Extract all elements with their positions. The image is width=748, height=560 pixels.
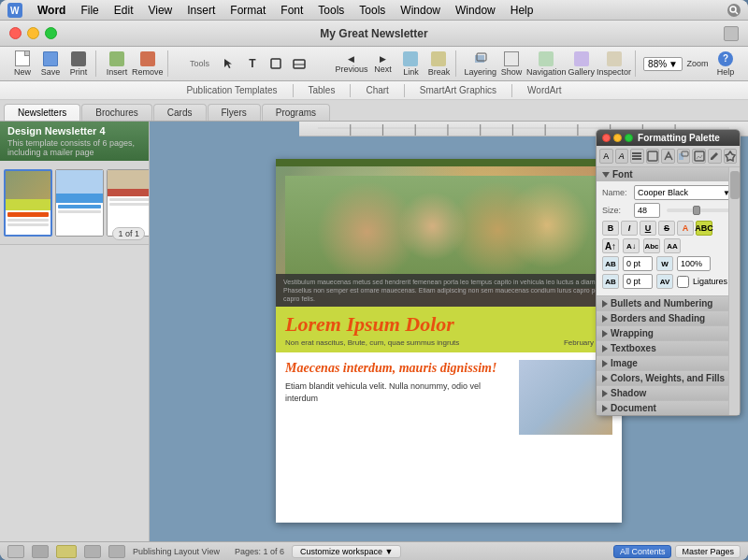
palette-btn-4[interactable] [646, 149, 660, 164]
allcaps-btn[interactable]: AA [664, 238, 681, 253]
menu-file[interactable]: File [80, 4, 98, 17]
all-contents-button[interactable]: All Contents [613, 545, 672, 558]
ribbon-chart[interactable]: Chart [366, 85, 388, 95]
menu-table[interactable]: Tools [359, 4, 385, 17]
font-section-header[interactable]: Font [597, 167, 740, 181]
colors-section-header[interactable]: Colors, Weights, and Fills [597, 371, 740, 386]
strikethrough-button[interactable]: S [658, 221, 675, 236]
tab-cards[interactable]: Cards [153, 104, 207, 121]
palette-close[interactable] [602, 134, 611, 142]
palette-btn-6[interactable] [677, 149, 691, 164]
menu-window[interactable]: Window [400, 4, 440, 17]
status-view-btn-4[interactable] [108, 545, 125, 558]
menu-work[interactable]: Window [455, 4, 496, 17]
indent-input[interactable] [623, 274, 653, 289]
slider-thumb[interactable] [693, 206, 700, 215]
gallery-button[interactable]: Gallery [568, 50, 596, 77]
font-size-input[interactable] [634, 203, 660, 218]
caps-btn[interactable]: Abc [643, 238, 660, 253]
previous-button[interactable]: ◀ Previous [335, 50, 367, 77]
print-button[interactable]: Print [65, 50, 92, 77]
status-view-btn-2[interactable] [32, 545, 49, 558]
palette-btn-3[interactable] [630, 149, 644, 164]
palette-btn-5[interactable] [661, 149, 675, 164]
shadow-section-header[interactable]: Shadow [597, 386, 740, 401]
av-btn[interactable]: AV [656, 274, 673, 289]
menu-edit[interactable]: Edit [114, 4, 134, 17]
spacing-input[interactable] [623, 256, 653, 271]
save-button[interactable]: Save [37, 50, 64, 77]
palette-btn-8[interactable] [708, 149, 722, 164]
tab-newsletters[interactable]: Newsletters [4, 104, 80, 121]
next-button[interactable]: ▶ Next [369, 50, 396, 77]
document-section-header[interactable]: Document [597, 401, 740, 415]
thumbnail-1[interactable] [4, 169, 52, 237]
ribbon-wordart[interactable]: WordArt [527, 85, 562, 95]
ribbon-pub-templates[interactable]: Publication Templates [186, 85, 277, 95]
customize-button[interactable]: Customize workspace ▼ [292, 545, 401, 558]
wv-btn[interactable]: W [656, 256, 673, 271]
palette-minimize[interactable] [613, 134, 622, 142]
tab-flyers[interactable]: Flyers [208, 104, 261, 121]
menu-tools[interactable]: Tools [318, 4, 344, 17]
larger-btn[interactable]: A↑ [602, 238, 619, 253]
zoom-label-btn[interactable]: Zoom [684, 50, 711, 77]
palette-scroll-thumb[interactable] [730, 171, 740, 199]
menu-font[interactable]: Font [280, 4, 303, 17]
ribbon-tables[interactable]: Tables [309, 85, 336, 95]
ligatures-checkbox[interactable] [677, 276, 689, 288]
close-button[interactable] [9, 27, 22, 39]
ab-btn[interactable]: AB [602, 256, 619, 271]
tab-brochures[interactable]: Brochures [81, 104, 152, 121]
help-button[interactable]: ? Help [712, 50, 739, 77]
status-layout-btn[interactable] [56, 545, 77, 558]
link-button[interactable]: Link [397, 50, 424, 77]
maximize-button[interactable] [45, 27, 57, 39]
status-view-btn-3[interactable] [84, 545, 101, 558]
menu-view[interactable]: View [148, 4, 172, 17]
palette-scrollbar[interactable] [728, 167, 740, 415]
status-view-btn-1[interactable] [7, 545, 24, 558]
break-button[interactable]: Break [425, 50, 452, 77]
menu-help[interactable]: Help [511, 4, 534, 17]
link-tool[interactable] [266, 50, 286, 77]
title-right-btn[interactable] [724, 26, 739, 41]
highlight-button[interactable]: ABC [696, 221, 712, 236]
textboxes-section-header[interactable]: Textboxes [597, 341, 740, 356]
navigation-button[interactable]: Navigation [526, 50, 567, 77]
smaller-btn[interactable]: A↓ [623, 238, 640, 253]
width-input[interactable] [677, 256, 711, 271]
color-A-button[interactable]: A [677, 221, 694, 236]
image-tool[interactable] [289, 50, 309, 77]
spotlight-icon[interactable] [727, 4, 741, 17]
inspector-button[interactable]: Inspector [597, 50, 631, 77]
palette-btn-1[interactable]: A [599, 149, 613, 164]
bold-button[interactable]: B [602, 221, 619, 236]
menu-format[interactable]: Format [230, 4, 266, 17]
zoom-display[interactable]: 88% ▼ [643, 57, 683, 71]
master-pages-button[interactable]: Master Pages [675, 545, 741, 558]
underline-button[interactable]: U [640, 221, 656, 236]
thumbnail-3[interactable] [107, 169, 149, 237]
palette-btn-2[interactable]: A [615, 149, 629, 164]
borders-section-header[interactable]: Borders and Shading [597, 311, 740, 326]
insert-button[interactable]: Insert [104, 50, 130, 77]
palette-btn-9[interactable] [724, 149, 738, 164]
minimize-button[interactable] [27, 27, 39, 39]
text-tool[interactable]: T [242, 50, 263, 77]
doc-headline[interactable]: Lorem Ipsum Dolor [285, 312, 612, 337]
wrapping-section-header[interactable]: Wrapping [597, 326, 740, 341]
cursor-tool[interactable] [219, 50, 239, 77]
palette-btn-7[interactable] [692, 149, 706, 164]
font-name-dropdown[interactable]: Cooper Black ▼ [634, 185, 734, 200]
image-section-header[interactable]: Image [597, 356, 740, 371]
palette-zoom[interactable] [625, 134, 633, 142]
bullets-section-header[interactable]: Bullets and Numbering [597, 296, 740, 311]
tab-programs[interactable]: Programs [262, 104, 330, 121]
layering-button[interactable]: Layering [464, 50, 496, 77]
ribbon-smartart[interactable]: SmartArt Graphics [420, 85, 496, 95]
show-button[interactable]: Show [498, 50, 525, 77]
new-button[interactable]: New [9, 50, 36, 77]
menu-insert[interactable]: Insert [187, 4, 215, 17]
thumbnail-2[interactable] [55, 169, 104, 237]
